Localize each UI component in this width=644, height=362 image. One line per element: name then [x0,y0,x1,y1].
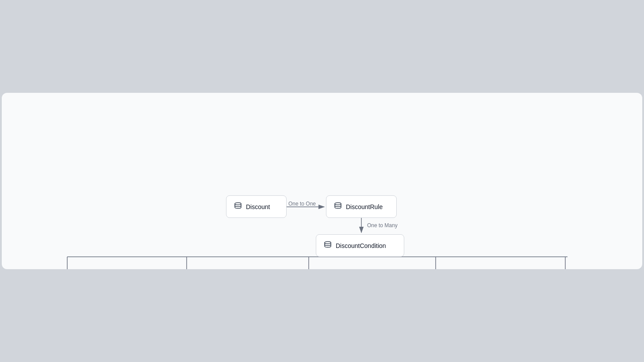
entity-discount-rule-label: DiscountRule [346,203,383,210]
db-icon-discount-rule [334,202,342,212]
svg-point-10 [235,203,241,205]
relation-rule-to-condition: One to Many [367,222,398,229]
svg-point-11 [335,203,341,205]
db-icon-discount [234,202,242,212]
entity-discount-label: Discount [246,203,270,210]
relation-discount-to-rule: One to One [288,201,316,207]
entity-discount-condition-label: DiscountCondition [336,242,386,249]
entity-discount-rule[interactable]: DiscountRule [326,195,397,218]
main-panel: One to One One to Many One to One One to… [2,93,642,269]
svg-point-12 [325,242,331,244]
entity-discount[interactable]: Discount [226,195,287,218]
diagram-container: One to One One to Many One to One One to… [2,93,642,269]
db-icon-discount-condition [323,240,332,251]
entity-discount-condition[interactable]: DiscountCondition [316,234,404,257]
